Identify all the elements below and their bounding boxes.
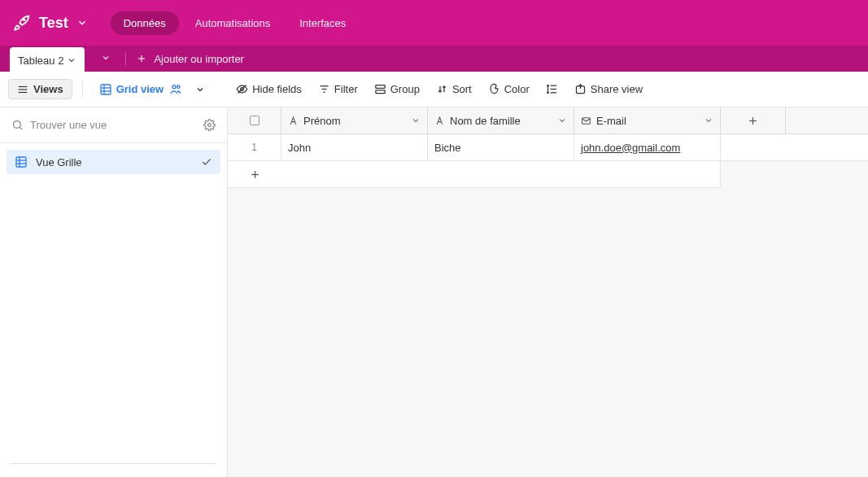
column-label: E-mail [596, 115, 626, 127]
plus-icon [136, 53, 147, 64]
sort-icon [436, 83, 448, 95]
views-label: Views [33, 83, 63, 95]
row-number: 1 [228, 134, 281, 160]
svg-rect-17 [376, 90, 385, 94]
table-tab-label: Tableau 2 [18, 55, 63, 67]
filter-icon [318, 83, 330, 95]
chevron-down-icon [67, 55, 76, 65]
grid-view-label: Grid view [116, 83, 164, 95]
add-column-button[interactable] [721, 107, 786, 133]
view-search-row [0, 107, 227, 143]
menu-icon [17, 84, 28, 95]
email-field-icon [581, 116, 591, 126]
hide-fields-label: Hide fields [252, 83, 302, 95]
chevron-down-icon[interactable] [557, 116, 567, 125]
color-button[interactable]: Color [482, 80, 536, 98]
row-height-icon [546, 83, 558, 95]
view-item-grid[interactable]: Vue Grille [7, 150, 220, 174]
tables-more-button[interactable] [96, 50, 116, 68]
grid-area: Prénom Nom de famille E-mail 1 John Bich… [228, 107, 868, 477]
column-header-email[interactable]: E-mail [574, 107, 721, 133]
group-button[interactable]: Group [368, 80, 426, 98]
content-area: Vue Grille Prénom Nom de famille E- [0, 107, 868, 477]
column-label: Prénom [303, 115, 341, 127]
tables-bar: Tableau 2 Ajouter ou importer [0, 46, 868, 72]
chevron-down-icon [195, 85, 205, 94]
table-tab[interactable]: Tableau 2 [10, 47, 85, 73]
share-icon [574, 83, 587, 95]
grid-icon [15, 155, 28, 168]
sidebar-footer-divider [10, 463, 217, 464]
cell-prenom[interactable]: John [281, 134, 428, 160]
chevron-down-icon[interactable] [704, 116, 713, 125]
text-field-icon [288, 116, 299, 126]
table-row[interactable]: 1 John Biche john.doe@gmail.com [228, 134, 868, 161]
gear-icon[interactable] [203, 119, 216, 131]
svg-point-23 [14, 121, 21, 129]
view-search-input[interactable] [30, 119, 197, 131]
column-header-prenom[interactable]: Prénom [281, 107, 428, 133]
add-row [228, 161, 721, 188]
nav-tab-interfaces[interactable]: Interfaces [286, 11, 359, 35]
svg-rect-26 [16, 157, 26, 167]
add-row-button[interactable] [228, 161, 281, 187]
check-icon [201, 156, 212, 168]
app-header: Test Données Automatisations Interfaces [0, 0, 868, 46]
view-item-label: Vue Grille [36, 156, 82, 168]
divider [125, 52, 126, 65]
row-height-button[interactable] [539, 80, 565, 98]
chevron-down-icon[interactable] [411, 116, 421, 125]
cell-email[interactable]: john.doe@gmail.com [574, 134, 721, 160]
grid-icon [99, 83, 112, 96]
group-label: Group [390, 83, 420, 95]
svg-point-25 [208, 124, 212, 127]
sort-button[interactable]: Sort [430, 80, 478, 98]
svg-rect-16 [376, 85, 385, 89]
color-icon [488, 83, 500, 95]
chevron-down-icon [101, 53, 111, 63]
view-toolbar: Views Grid view Hide fields Filter Group… [0, 72, 868, 107]
svg-rect-5 [101, 85, 111, 94]
add-or-import-button[interactable]: Ajouter ou importer [136, 53, 244, 65]
views-button[interactable]: Views [8, 79, 72, 99]
filter-label: Filter [334, 83, 358, 95]
text-field-icon [434, 116, 445, 126]
grid-view-button[interactable]: Grid view [93, 80, 190, 99]
search-icon [11, 119, 24, 131]
select-all-cell[interactable] [228, 107, 281, 133]
chevron-down-icon[interactable] [76, 17, 88, 28]
share-view-label: Share view [591, 83, 643, 95]
grid-view-dropdown[interactable] [192, 81, 208, 98]
color-label: Color [504, 83, 530, 95]
sort-label: Sort [452, 83, 472, 95]
add-import-label: Ajouter ou importer [154, 53, 244, 65]
nav-tab-automations[interactable]: Automatisations [182, 11, 284, 35]
views-sidebar: Vue Grille [0, 107, 228, 477]
rocket-icon [13, 14, 31, 32]
filter-button[interactable]: Filter [312, 80, 364, 98]
plus-icon [249, 168, 261, 181]
column-header-nom[interactable]: Nom de famille [428, 107, 574, 133]
view-list: Vue Grille [0, 143, 227, 181]
divider [82, 81, 83, 98]
base-name[interactable]: Test [39, 15, 68, 32]
cell-nom[interactable]: Biche [428, 134, 574, 160]
eye-off-icon [236, 83, 248, 95]
group-icon [374, 83, 386, 95]
nav-tab-data[interactable]: Données [111, 11, 179, 35]
checkbox-icon [250, 116, 260, 125]
hide-fields-button[interactable]: Hide fields [229, 80, 308, 98]
plus-icon [747, 115, 759, 127]
column-label: Nom de famille [450, 115, 521, 127]
svg-line-24 [20, 127, 22, 129]
svg-point-9 [172, 85, 176, 88]
grid-header-row: Prénom Nom de famille E-mail [228, 107, 868, 134]
people-icon [169, 83, 182, 96]
share-view-button[interactable]: Share view [568, 80, 649, 98]
workspace-nav: Données Automatisations Interfaces [111, 11, 360, 35]
svg-point-10 [177, 85, 180, 88]
